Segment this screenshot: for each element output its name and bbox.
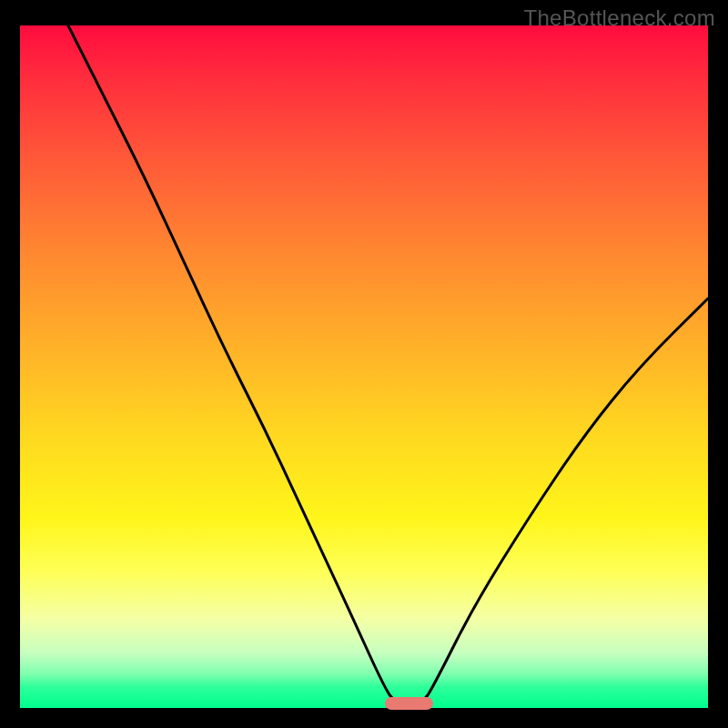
plot-area: [20, 25, 708, 708]
optimum-marker: [385, 697, 433, 710]
curve-path: [68, 25, 708, 704]
bottleneck-curve: [20, 25, 708, 708]
watermark-text: TheBottleneck.com: [523, 5, 715, 31]
image-frame: TheBottleneck.com: [0, 0, 728, 728]
